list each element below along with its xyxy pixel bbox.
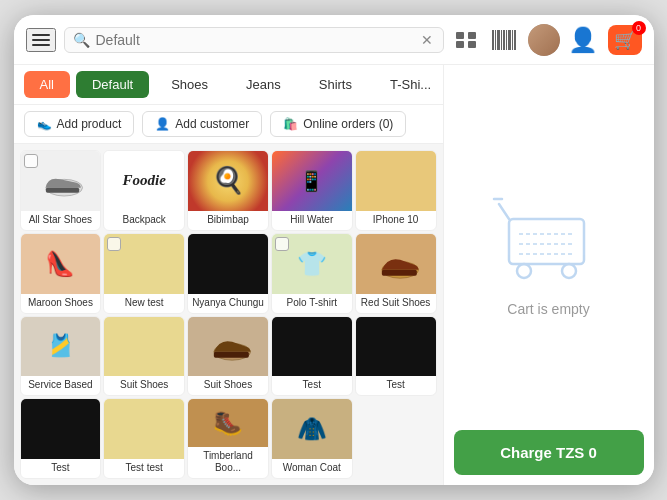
- product-service[interactable]: 🎽 Service Based: [20, 316, 102, 397]
- svg-rect-12: [514, 30, 516, 50]
- clear-search-button[interactable]: ✕: [419, 32, 435, 48]
- product-name-maroon: Maroon Shoes: [21, 294, 101, 313]
- product-timberland[interactable]: 🥾 Timberland Boo...: [187, 398, 269, 479]
- right-icons: 👤 🛒 0: [568, 25, 642, 55]
- shoe-icon: 👟: [37, 117, 52, 131]
- product-hillwater[interactable]: 📱 Hill Water: [271, 150, 353, 231]
- svg-point-23: [562, 264, 576, 278]
- product-name-test3: Test: [21, 459, 101, 478]
- product-name-redsuit: Red Suit Shoes: [356, 294, 436, 313]
- product-name-test2: Test: [356, 376, 436, 395]
- product-name-nyanya: Nyanya Chungu: [188, 294, 268, 313]
- tablet-frame: 🔍 ✕: [14, 15, 654, 485]
- svg-rect-11: [512, 30, 513, 50]
- product-img-test2: [356, 317, 436, 377]
- product-suitshoes2[interactable]: Suit Shoes: [187, 316, 269, 397]
- checkbox-allstar[interactable]: [24, 154, 38, 168]
- svg-rect-19: [509, 219, 584, 264]
- cart-badge[interactable]: 🛒 0: [608, 25, 642, 55]
- product-test3[interactable]: Test: [20, 398, 102, 479]
- add-product-label: Add product: [57, 117, 122, 131]
- online-orders-label: Online orders (0): [303, 117, 393, 131]
- cart-count: 0: [632, 21, 646, 35]
- product-img-suitshoes1: [104, 317, 184, 377]
- product-img-womancoat: 🧥: [272, 399, 352, 459]
- product-name-polo: Polo T-shirt: [272, 294, 352, 313]
- empty-slot: [355, 398, 437, 479]
- product-bibimbap[interactable]: 🍳 Bibimbap: [187, 150, 269, 231]
- add-customer-button[interactable]: 👤 Add customer: [142, 111, 262, 137]
- category-tshirts[interactable]: T-Shi...: [374, 71, 443, 98]
- grid-view-button[interactable]: [452, 28, 480, 52]
- product-name-service: Service Based: [21, 376, 101, 395]
- svg-rect-0: [456, 32, 464, 39]
- cart-illustration: [489, 189, 609, 289]
- product-img-redsuit: [356, 234, 436, 294]
- product-img-hillwater: 📱: [272, 151, 352, 211]
- product-nyanya[interactable]: Nyanya Chungu: [187, 233, 269, 314]
- barcode-button[interactable]: [488, 26, 520, 54]
- svg-rect-7: [501, 30, 502, 50]
- bag-icon: 🛍️: [283, 117, 298, 131]
- product-img-iphone: [356, 151, 436, 211]
- product-img-backpack: Foodie: [104, 151, 184, 211]
- product-allstar[interactable]: All Star Shoes: [20, 150, 102, 231]
- checkbox-newtest[interactable]: [107, 237, 121, 251]
- left-panel: All Default Shoes Jeans Shirts T-Shi... …: [14, 65, 444, 485]
- category-shirts[interactable]: Shirts: [303, 71, 368, 98]
- svg-line-20: [499, 204, 509, 219]
- product-test1[interactable]: Test: [271, 316, 353, 397]
- avatar[interactable]: [528, 24, 560, 56]
- product-newtest[interactable]: New test: [103, 233, 185, 314]
- product-img-service: 🎽: [21, 317, 101, 377]
- svg-rect-1: [468, 32, 476, 39]
- product-maroon[interactable]: 👠 Maroon Shoes: [20, 233, 102, 314]
- category-jeans[interactable]: Jeans: [230, 71, 297, 98]
- category-all[interactable]: All: [24, 71, 70, 98]
- svg-point-22: [517, 264, 531, 278]
- svg-rect-6: [497, 30, 500, 50]
- product-testtest[interactable]: Test test: [103, 398, 185, 479]
- hamburger-button[interactable]: [26, 28, 56, 52]
- search-icon: 🔍: [73, 32, 90, 48]
- svg-rect-10: [508, 30, 511, 50]
- person-icon: 👤: [155, 117, 170, 131]
- product-name-hillwater: Hill Water: [272, 211, 352, 230]
- product-name-allstar: All Star Shoes: [21, 211, 101, 230]
- top-icons: [452, 24, 560, 56]
- product-polo[interactable]: 👕 Polo T-shirt: [271, 233, 353, 314]
- add-product-button[interactable]: 👟 Add product: [24, 111, 135, 137]
- right-panel: Cart is empty Charge TZS 0: [444, 65, 654, 485]
- svg-rect-5: [495, 30, 496, 50]
- product-img-bibimbap: 🍳: [188, 151, 268, 211]
- product-name-suitshoes1: Suit Shoes: [104, 376, 184, 395]
- product-img-timberland: 🥾: [188, 399, 268, 447]
- svg-rect-16: [381, 269, 416, 275]
- category-default[interactable]: Default: [76, 71, 149, 98]
- search-input[interactable]: [96, 32, 413, 48]
- svg-rect-3: [468, 41, 476, 48]
- checkbox-polo[interactable]: [275, 237, 289, 251]
- main-content: All Default Shoes Jeans Shirts T-Shi... …: [14, 65, 654, 485]
- product-backpack[interactable]: Foodie Backpack: [103, 150, 185, 231]
- add-customer-label: Add customer: [175, 117, 249, 131]
- product-img-nyanya: [188, 234, 268, 294]
- product-womancoat[interactable]: 🧥 Woman Coat: [271, 398, 353, 479]
- svg-rect-14: [46, 188, 79, 193]
- product-img-testtest: [104, 399, 184, 459]
- product-test2[interactable]: Test: [355, 316, 437, 397]
- top-bar: 🔍 ✕: [14, 15, 654, 65]
- charge-button[interactable]: Charge TZS 0: [454, 430, 644, 475]
- product-iphone[interactable]: IPhone 10: [355, 150, 437, 231]
- svg-rect-8: [503, 30, 505, 50]
- product-suitshoes1[interactable]: Suit Shoes: [103, 316, 185, 397]
- category-shoes[interactable]: Shoes: [155, 71, 224, 98]
- action-bar: 👟 Add product 👤 Add customer 🛍️ Online o…: [14, 105, 443, 144]
- product-redsuit[interactable]: Red Suit Shoes: [355, 233, 437, 314]
- cart-empty-text: Cart is empty: [507, 301, 589, 317]
- product-img-suitshoes2: [188, 317, 268, 377]
- product-name-iphone: IPhone 10: [356, 211, 436, 230]
- product-img-maroon: 👠: [21, 234, 101, 294]
- online-orders-button[interactable]: 🛍️ Online orders (0): [270, 111, 406, 137]
- products-grid: All Star Shoes Foodie Backpack 🍳 Bibimba…: [14, 144, 443, 485]
